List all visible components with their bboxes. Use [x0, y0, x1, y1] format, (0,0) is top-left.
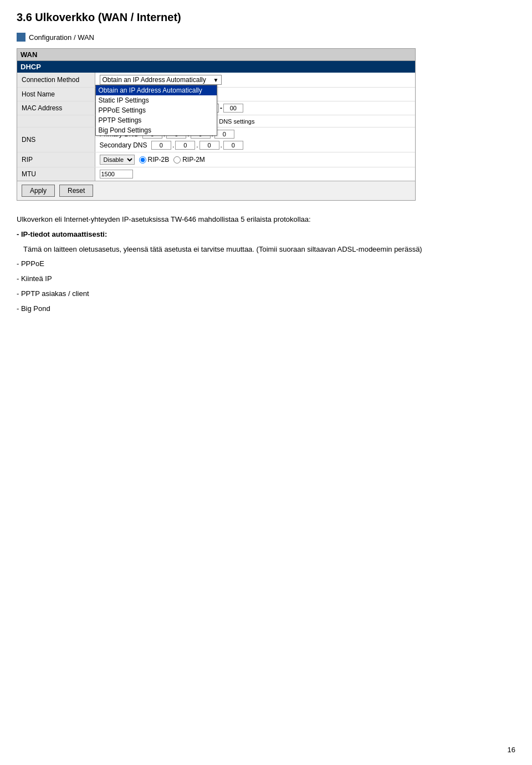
description-item-2: - PPPoE	[17, 258, 515, 270]
mtu-value	[95, 167, 415, 181]
secondary-dns-3[interactable]	[223, 141, 243, 150]
breadcrumb-icon	[17, 33, 25, 42]
mtu-input[interactable]	[100, 170, 133, 178]
description-item-3: - Kiinteä IP	[17, 273, 515, 285]
description-item-0: - IP-tiedot automaattisesti:	[17, 229, 515, 241]
connection-method-label: Connection Method	[17, 73, 95, 88]
description-item-5: - Big Pond	[17, 303, 515, 315]
connection-method-selected: Obtain an IP Address Automatically	[103, 76, 206, 84]
connection-method-value: Obtain an IP Address Automatically ▼ Obt…	[95, 73, 415, 88]
description-item-4: - PPTP asiakas / client	[17, 288, 515, 300]
description-item-1: Tämä on laitteen oletusasetus, yleensä t…	[23, 244, 515, 256]
form-table: Connection Method Obtain an IP Address A…	[17, 73, 415, 181]
dropdown-option-0[interactable]: Obtain an IP Address Automatically	[96, 85, 217, 95]
wan-container: WAN DHCP Connection Method Obtain an IP …	[17, 48, 416, 201]
connection-method-select[interactable]: Obtain an IP Address Automatically ▼	[100, 75, 222, 85]
rip-2b-text: RIP-2B	[148, 156, 170, 164]
rip-select[interactable]: Disable	[100, 155, 135, 165]
rip-2m-radio[interactable]	[173, 156, 181, 164]
mac-address-label: MAC Address	[17, 101, 95, 115]
connection-method-select-wrapper: Obtain an IP Address Automatically ▼	[100, 75, 411, 85]
mtu-label: MTU	[17, 167, 95, 181]
rip-2b-radio[interactable]	[139, 156, 146, 164]
reset-button[interactable]: Reset	[59, 185, 93, 197]
rip-value: Disable RIP-2B RIP-2M	[95, 152, 415, 167]
secondary-dns-1[interactable]	[175, 141, 195, 150]
dns-label: DNS	[17, 128, 95, 152]
rip-2m-label: RIP-2M	[173, 156, 205, 164]
rip-controls: Disable RIP-2B RIP-2M	[100, 155, 411, 165]
mtu-row: MTU	[17, 167, 415, 181]
primary-dns-3[interactable]	[214, 130, 234, 139]
secondary-dns-0[interactable]	[151, 141, 171, 150]
secondary-dns-2[interactable]	[200, 141, 219, 150]
connection-method-dropdown: Obtain an IP Address Automatically Stati…	[95, 85, 217, 136]
secondary-dns-inputs: . . .	[151, 141, 243, 150]
rip-2b-label: RIP-2B	[139, 156, 170, 164]
buttons-row: Apply Reset	[17, 181, 415, 200]
mac-separator-3: -	[220, 104, 222, 112]
connection-method-row: Connection Method Obtain an IP Address A…	[17, 73, 415, 88]
breadcrumb: Configuration / WAN	[17, 33, 515, 42]
dropdown-option-4[interactable]: Big Pond Settings	[96, 125, 217, 135]
rip-row: RIP Disable RIP-2B RIP-2M	[17, 152, 415, 167]
rip-2m-text: RIP-2M	[182, 156, 205, 164]
host-name-label: Host Name	[17, 88, 95, 101]
sec-dns-dot-2: .	[196, 141, 198, 149]
breadcrumb-text: Configuration / WAN	[29, 33, 94, 42]
dropdown-arrow-icon: ▼	[213, 77, 219, 83]
description-section: Ulkoverkon eli Internet-yhteyden IP-aset…	[17, 214, 515, 315]
section-header: DHCP	[17, 61, 415, 73]
dropdown-option-2[interactable]: PPPoE Settings	[96, 105, 217, 115]
secondary-dns-label: Secondary DNS	[100, 141, 147, 149]
rip-label: RIP	[17, 152, 95, 167]
apply-button[interactable]: Apply	[22, 185, 55, 197]
mac-field-3[interactable]	[223, 104, 243, 113]
wan-header: WAN	[17, 49, 415, 61]
page-title: 3.6 Ulkoverkko (WAN / Internet)	[17, 11, 515, 24]
dropdown-option-3[interactable]: PPTP Settings	[96, 115, 217, 125]
dns-checkbox-label-cell	[17, 115, 95, 128]
sec-dns-dot-1: .	[172, 141, 174, 149]
dropdown-option-1[interactable]: Static IP Settings	[96, 95, 217, 105]
sec-dns-dot-3: .	[221, 141, 222, 149]
description-intro: Ulkoverkon eli Internet-yhteyden IP-aset…	[17, 214, 515, 226]
